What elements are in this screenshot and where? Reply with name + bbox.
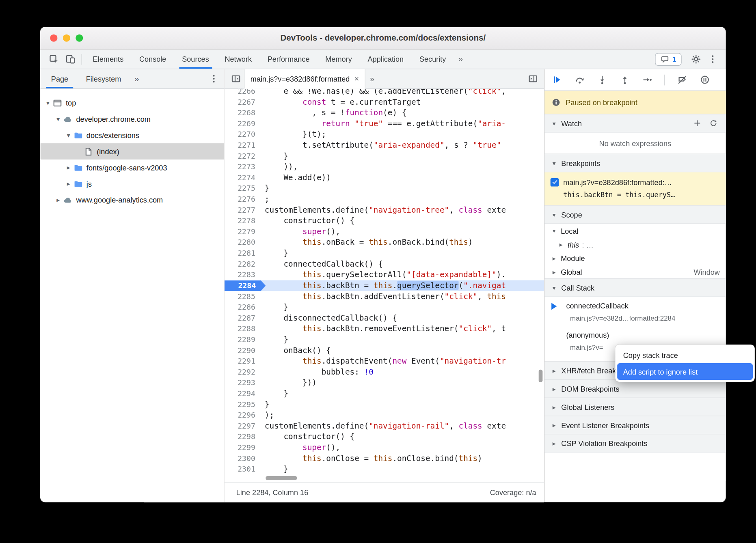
breakpoint-checkbox[interactable] (551, 178, 559, 186)
line-number[interactable]: 2292 (225, 366, 260, 377)
tab-memory[interactable]: Memory (318, 50, 360, 69)
line-number[interactable]: 2277 (225, 205, 260, 215)
line-number[interactable]: 2285 (225, 291, 260, 302)
device-toolbar-icon[interactable] (62, 51, 78, 67)
navigator-more-tabs-chevron[interactable]: » (130, 74, 143, 84)
breakpoint-entry[interactable]: main.js?v=e382d86f:formatted:… this.back… (544, 172, 726, 205)
step-out-icon[interactable] (616, 71, 633, 88)
horizontal-scrollbar[interactable] (266, 476, 297, 480)
close-window-button[interactable] (50, 34, 57, 42)
scope-module-row[interactable]: Module (544, 251, 726, 265)
scope-this-row[interactable]: this: … (544, 237, 726, 251)
line-number[interactable]: 2283 (225, 269, 260, 280)
line-number[interactable]: 2287 (225, 312, 260, 323)
line-number[interactable]: 2296 (225, 410, 260, 421)
tab-console[interactable]: Console (132, 50, 174, 69)
call-stack-section-header[interactable]: Call Stack (544, 278, 726, 297)
editor-more-tabs-chevron[interactable]: » (365, 74, 379, 84)
line-number[interactable]: 2297 (225, 420, 260, 431)
close-tab-icon[interactable]: × (354, 74, 359, 84)
zoom-window-button[interactable] (76, 34, 83, 42)
line-number[interactable]: 2275 (225, 183, 260, 194)
refresh-icon[interactable] (707, 117, 720, 129)
line-number[interactable]: 2280 (225, 237, 260, 248)
settings-gear-icon[interactable] (687, 51, 704, 67)
line-number[interactable]: 2295 (225, 399, 260, 410)
context-menu-item-copy-stack-trace[interactable]: Copy stack trace (617, 347, 753, 363)
line-number[interactable]: 2290 (225, 345, 260, 356)
breakpoints-section-header[interactable]: Breakpoints (544, 154, 726, 172)
line-number[interactable]: 2301 (225, 464, 260, 475)
line-number[interactable]: 2284 (225, 280, 266, 291)
call-stack-frame-connectedcallback[interactable]: connectedCallbackmain.js?v=e382d…formatt… (544, 297, 726, 327)
line-number[interactable]: 2266 (225, 89, 260, 97)
pause-on-exceptions-icon[interactable] (696, 71, 713, 88)
line-number[interactable]: 2268 (225, 108, 260, 119)
step-over-icon[interactable] (571, 71, 588, 88)
editor-tab-mainjs[interactable]: main.js?v=e382d86f:formatted × (244, 69, 365, 88)
tree-item-www-google-analytics-com[interactable]: www.google-analytics.com (40, 192, 224, 208)
context-menu-item-add-script-to-ignore-list[interactable]: Add script to ignore list (617, 363, 753, 380)
tree-item-docs-extensions[interactable]: docs/extensions (40, 127, 224, 143)
show-debugger-outline-icon[interactable] (525, 71, 541, 87)
line-number[interactable]: 2272 (225, 151, 260, 162)
tab-performance[interactable]: Performance (259, 50, 318, 69)
section-csp-violation-breakpoints[interactable]: CSP Violation Breakpoints (544, 434, 726, 452)
line-number[interactable]: 2276 (225, 194, 260, 205)
tab-security[interactable]: Security (412, 50, 454, 69)
kebab-menu-icon[interactable] (704, 51, 721, 67)
line-number[interactable]: 2282 (225, 259, 260, 269)
hide-navigator-icon[interactable] (227, 71, 244, 87)
step-icon[interactable] (639, 71, 655, 88)
tree-item-fonts-google-sans-v2003[interactable]: fonts/google-sans-v2003 (40, 159, 224, 176)
tree-item-developer-chrome-com[interactable]: developer.chrome.com (40, 111, 224, 127)
chevron-down-icon[interactable] (44, 99, 52, 106)
line-number[interactable]: 2293 (225, 377, 260, 388)
line-number[interactable]: 2278 (225, 215, 260, 226)
line-number[interactable]: 2291 (225, 356, 260, 367)
section-event-listener-breakpoints[interactable]: Event Listener Breakpoints (544, 416, 726, 434)
line-number[interactable]: 2289 (225, 334, 260, 345)
chevron-right-icon[interactable] (65, 164, 72, 171)
tab-application[interactable]: Application (360, 50, 411, 69)
line-number[interactable]: 2273 (225, 162, 260, 172)
tree-item-top[interactable]: top (40, 95, 224, 111)
add-watch-icon[interactable] (691, 117, 704, 129)
inspect-icon[interactable] (45, 51, 62, 67)
line-number[interactable]: 2281 (225, 248, 260, 259)
chevron-down-icon[interactable] (54, 115, 62, 123)
chevron-right-icon[interactable] (54, 196, 62, 204)
line-number[interactable]: 2274 (225, 172, 260, 183)
tree-item-index[interactable]: (index) (40, 143, 224, 159)
step-into-icon[interactable] (594, 71, 610, 88)
line-number[interactable]: 2300 (225, 453, 260, 464)
chevron-down-icon[interactable] (65, 131, 72, 139)
line-number[interactable]: 2299 (225, 442, 260, 453)
navigator-menu-icon[interactable] (205, 71, 222, 87)
tab-elements[interactable]: Elements (85, 50, 131, 69)
line-number[interactable]: 2271 (225, 140, 260, 151)
scope-section-header[interactable]: Scope (544, 205, 726, 224)
tree-item-js[interactable]: js (40, 176, 224, 192)
section-dom-breakpoints[interactable]: DOM Breakpoints (544, 379, 726, 398)
section-global-listeners[interactable]: Global Listeners (544, 398, 726, 416)
line-number[interactable]: 2279 (225, 226, 260, 237)
line-number[interactable]: 2294 (225, 388, 260, 399)
scope-local-row[interactable]: Local (544, 224, 726, 237)
line-number[interactable]: 2269 (225, 118, 260, 129)
scope-global-row[interactable]: Global Window (544, 265, 726, 279)
line-number[interactable]: 2267 (225, 97, 260, 108)
vertical-scrollbar[interactable] (539, 370, 543, 382)
chevron-right-icon[interactable] (65, 180, 72, 187)
more-panels-chevron[interactable]: » (454, 54, 467, 64)
minimize-window-button[interactable] (63, 34, 70, 42)
deactivate-breakpoints-icon[interactable] (674, 71, 690, 88)
tab-page[interactable]: Page (42, 69, 77, 88)
tab-sources[interactable]: Sources (174, 50, 217, 69)
console-messages-chip[interactable]: 1 (655, 53, 682, 65)
watch-section-header[interactable]: Watch (544, 114, 726, 133)
line-number[interactable]: 2298 (225, 431, 260, 442)
resume-icon[interactable] (549, 71, 565, 88)
line-number[interactable]: 2286 (225, 302, 260, 313)
tab-network[interactable]: Network (217, 50, 259, 69)
